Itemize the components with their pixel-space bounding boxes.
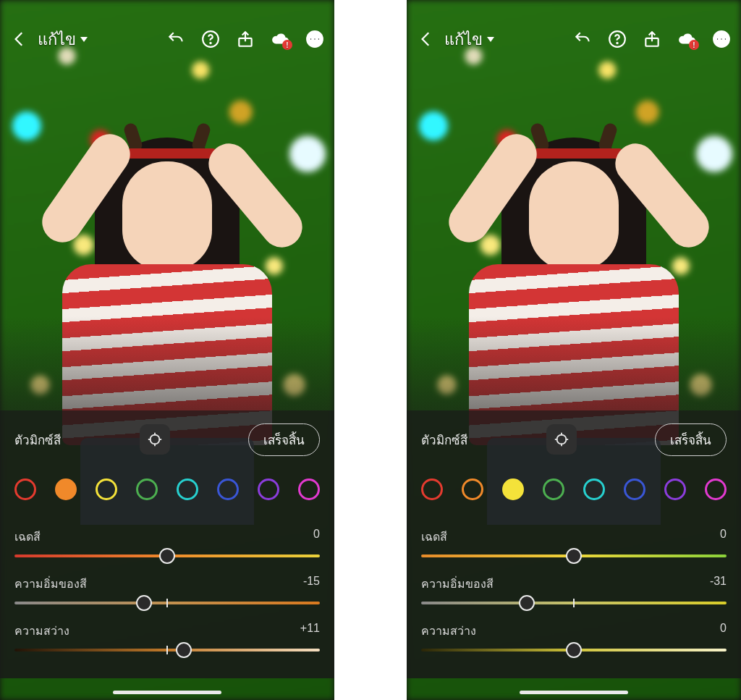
mode-dropdown[interactable]: แก้ไข — [38, 27, 88, 52]
slider-knob[interactable] — [159, 548, 175, 564]
help-icon[interactable] — [201, 30, 220, 49]
slider-group: เฉดสี0ความอิ่มของสี-15ความสว่าง+11 — [14, 528, 320, 651]
slider-track[interactable] — [421, 554, 727, 557]
done-button[interactable]: เสร็จสิ้น — [248, 423, 320, 456]
slider-knob[interactable] — [519, 595, 535, 611]
slider-value: 0 — [720, 622, 727, 640]
undo-icon[interactable] — [573, 30, 592, 49]
mode-title: แก้ไข — [444, 27, 483, 52]
color-swatch-0[interactable] — [14, 478, 36, 500]
color-swatch-6[interactable] — [258, 478, 279, 500]
targeted-adjust-button[interactable] — [140, 424, 170, 455]
slider-knob[interactable] — [176, 642, 192, 658]
slider-group: เฉดสี0ความอิ่มของสี-31ความสว่าง0 — [421, 528, 727, 651]
slider-value: 0 — [313, 528, 320, 546]
color-swatch-4[interactable] — [177, 478, 198, 500]
color-swatch-5[interactable] — [217, 478, 239, 500]
color-mix-panel: ตัวมิกซ์สี เสร็จสิ้น เฉดสี0ความอิ่มของสี… — [407, 410, 741, 678]
svg-point-6 — [318, 38, 320, 40]
color-swatch-5[interactable] — [624, 478, 645, 500]
svg-point-16 — [716, 38, 719, 40]
color-swatch-3[interactable] — [136, 478, 158, 500]
slider-knob[interactable] — [136, 595, 152, 611]
cloud-sync-icon[interactable]: ! — [271, 30, 289, 49]
svg-point-1 — [210, 43, 211, 43]
top-bar: แก้ไข ! — [407, 0, 741, 58]
slider-value: -31 — [710, 575, 727, 593]
slider-value: -15 — [303, 575, 320, 593]
slider-row-2: ความสว่าง0 — [421, 622, 727, 651]
mode-dropdown[interactable]: แก้ไข — [444, 27, 494, 52]
chevron-down-icon — [80, 37, 88, 42]
svg-point-13 — [617, 43, 617, 43]
slider-track[interactable] — [14, 649, 320, 651]
mode-title: แก้ไข — [38, 27, 76, 52]
color-swatch-row — [421, 464, 727, 515]
share-icon[interactable] — [236, 30, 255, 49]
top-bar: แก้ไข ! — [0, 0, 334, 58]
slider-label: ความสว่าง — [421, 622, 476, 640]
slider-track[interactable] — [14, 554, 320, 557]
phone-screen-right: แก้ไข ! ตัวมิกซ์สี — [407, 0, 741, 700]
more-icon[interactable] — [305, 30, 324, 49]
color-swatch-4[interactable] — [583, 478, 605, 500]
slider-label: ความสว่าง — [14, 622, 69, 640]
cloud-sync-icon[interactable]: ! — [677, 30, 696, 49]
slider-row-1: ความอิ่มของสี-15 — [14, 575, 320, 604]
color-swatch-3[interactable] — [543, 478, 564, 500]
svg-point-7 — [150, 435, 159, 444]
slider-track[interactable] — [14, 602, 320, 604]
targeted-adjust-button[interactable] — [546, 424, 577, 455]
back-icon[interactable] — [417, 30, 436, 49]
cloud-alert-badge: ! — [282, 40, 292, 50]
panel-title: ตัวมิกซ์สี — [421, 430, 467, 450]
phone-screen-left: แก้ไข ! ตัวมิกซ์สี — [0, 0, 334, 700]
color-swatch-2[interactable] — [502, 478, 524, 500]
cloud-alert-badge: ! — [689, 40, 699, 50]
slider-knob[interactable] — [566, 642, 582, 658]
svg-point-19 — [556, 435, 566, 444]
back-icon[interactable] — [10, 30, 29, 49]
slider-knob[interactable] — [566, 548, 582, 564]
home-indicator[interactable] — [113, 691, 221, 694]
help-icon[interactable] — [608, 30, 627, 49]
more-icon[interactable] — [712, 30, 731, 49]
chevron-down-icon — [487, 37, 494, 42]
color-swatch-1[interactable] — [55, 478, 77, 500]
slider-label: ความอิ่มของสี — [14, 575, 87, 593]
home-indicator[interactable] — [520, 691, 628, 694]
color-swatch-row — [14, 464, 320, 515]
color-swatch-1[interactable] — [462, 478, 483, 500]
slider-label: เฉดสี — [421, 528, 447, 546]
color-swatch-6[interactable] — [664, 478, 686, 500]
color-swatch-7[interactable] — [705, 478, 727, 500]
color-swatch-7[interactable] — [298, 478, 320, 500]
svg-point-4 — [310, 38, 312, 40]
color-swatch-0[interactable] — [421, 478, 443, 500]
svg-point-18 — [724, 38, 727, 40]
color-mix-panel: ตัวมิกซ์สี เสร็จสิ้น เฉดสี0ความอิ่มของสี… — [0, 410, 334, 678]
slider-center-tick — [166, 599, 168, 607]
slider-label: ความอิ่มของสี — [421, 575, 494, 593]
slider-track[interactable] — [421, 649, 727, 651]
svg-point-5 — [313, 38, 316, 40]
share-icon[interactable] — [643, 30, 661, 49]
slider-track[interactable] — [421, 602, 727, 604]
slider-row-0: เฉดสี0 — [421, 528, 727, 557]
slider-center-tick — [573, 599, 575, 607]
slider-label: เฉดสี — [14, 528, 41, 546]
slider-row-0: เฉดสี0 — [14, 528, 320, 557]
panel-title: ตัวมิกซ์สี — [14, 430, 61, 450]
slider-value: 0 — [720, 528, 727, 546]
slider-row-2: ความสว่าง+11 — [14, 622, 320, 651]
slider-row-1: ความอิ่มของสี-31 — [421, 575, 727, 604]
done-button[interactable]: เสร็จสิ้น — [655, 423, 727, 456]
svg-point-17 — [720, 38, 722, 40]
color-swatch-2[interactable] — [96, 478, 117, 500]
undo-icon[interactable] — [166, 30, 185, 49]
slider-center-tick — [166, 646, 168, 654]
slider-value: +11 — [300, 622, 320, 640]
